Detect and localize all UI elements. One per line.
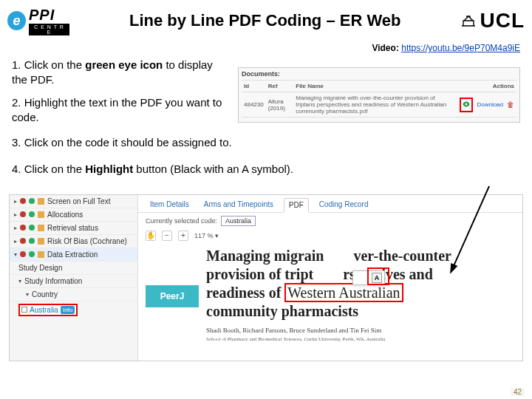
sidebar-item-data-extraction[interactable]: ▾Data Extraction: [10, 248, 137, 262]
sidebar-item-allocations[interactable]: ▸Allocations: [10, 208, 137, 222]
step-4: 4. Click on the Highlight button (Black …: [0, 162, 532, 181]
sidebar-label: Data Extraction: [47, 250, 98, 259]
paper-title-frag: provision of tript: [206, 266, 313, 282]
edit-icon: [38, 225, 44, 231]
video-link-line: Video: https://youtu.be/9eP70M4a9iE: [0, 41, 532, 58]
step-4-post: button (Black with an A symbol).: [133, 163, 293, 175]
ucl-logo: UCL: [460, 9, 525, 33]
tab-pdf[interactable]: PDF: [284, 198, 309, 213]
col-id: Id: [242, 81, 266, 92]
video-label: Video:: [372, 43, 401, 53]
ucl-text: UCL: [480, 9, 525, 33]
col-ref: Ref: [266, 81, 294, 92]
status-green-icon: [29, 211, 35, 217]
status-green-icon: [29, 251, 35, 257]
cell-ref: Altura (2019): [266, 92, 294, 117]
selected-code-label: Currently selected code:: [146, 217, 217, 225]
eye-icon-highlight: [460, 98, 473, 112]
sidebar-item-retrieval-status[interactable]: ▸Retrieval status: [10, 222, 137, 235]
cell-actions: Download 🗑: [457, 92, 516, 117]
step-1: 1. Click on the green eye icon to displa…: [12, 58, 231, 88]
paper-title-frag: ver-the-counter: [353, 248, 451, 264]
selected-code-bar: Currently selected code: Australia: [138, 213, 522, 229]
status-green-icon: [29, 225, 35, 231]
lower-screenshot: ▸Screen on Full Text ▸Allocations ▸Retri…: [0, 189, 532, 361]
sidebar-label: Allocations: [47, 211, 83, 219]
sidebar-item-country[interactable]: ▾Country: [10, 288, 137, 301]
table-row: 484230 Altura (2019) Managing migraine w…: [242, 92, 516, 117]
cell-filename: Managing migraine with over-the-counter …: [293, 92, 457, 117]
step-3: 3. Click on the code it should be assign…: [0, 135, 532, 154]
code-checkbox-australia[interactable]: Australia Info: [18, 304, 78, 316]
edit-icon: [38, 198, 44, 205]
eppi-logo-ppi: PPI: [29, 7, 69, 24]
status-red-icon: [20, 251, 26, 257]
sidebar-label: Retrieval status: [47, 224, 98, 232]
status-red-icon: [20, 211, 26, 217]
highlight-button[interactable]: A: [372, 273, 382, 283]
col-filename: File Name: [293, 81, 457, 92]
step-4-pre: 4. Click on the: [12, 163, 85, 175]
info-badge[interactable]: Info: [61, 306, 75, 314]
collapse-icon: ▸: [14, 238, 17, 245]
status-red-icon: [20, 225, 26, 231]
zoom-level[interactable]: 117 % ▾: [194, 232, 219, 239]
edit-icon: [38, 238, 44, 245]
step-2: 2. Highlight the text in the PDF you wan…: [12, 95, 231, 126]
sidebar-item-study-design[interactable]: Study Design: [10, 262, 137, 275]
text-selection-popup: A: [352, 270, 385, 285]
paper-title-frag: readiness of: [206, 284, 284, 301]
tabs-bar: Item Details Arms and Timepoints PDF Cod…: [138, 195, 522, 213]
status-green-icon: [29, 238, 35, 244]
video-link[interactable]: https://youtu.be/9eP70M4a9iE: [401, 43, 520, 53]
paper-content: Managing migrain ver-the-counter provisi…: [206, 247, 451, 342]
main-pane: Item Details Arms and Timepoints PDF Cod…: [138, 195, 522, 361]
slide-title: Line by Line PDF Coding – ER Web: [69, 11, 460, 30]
paper-title-frag: community pharmacists: [206, 303, 358, 319]
zoom-out-icon[interactable]: −: [162, 231, 172, 241]
code-tree-sidebar: ▸Screen on Full Text ▸Allocations ▸Retri…: [10, 195, 138, 361]
eppi-logo-e-mark: e: [7, 11, 26, 30]
expand-icon: ▾: [26, 291, 29, 298]
cell-id: 484230: [242, 92, 266, 117]
tab-coding-record[interactable]: Coding Record: [315, 198, 373, 212]
documents-table: Id Ref File Name Actions 484230 Altura (…: [242, 80, 516, 117]
status-green-icon: [29, 198, 35, 204]
eppi-logo-text: PPI C E N T R E: [29, 7, 69, 35]
step-1-bold: green eye icon: [85, 58, 163, 71]
view-eye-icon[interactable]: [462, 100, 471, 109]
documents-panel: Documents: Id Ref File Name Actions 4842…: [238, 67, 520, 123]
expand-icon: ▾: [14, 251, 17, 258]
selected-code-chip: Australia: [221, 216, 256, 226]
delete-icon[interactable]: 🗑: [507, 100, 514, 109]
pdf-view-area: PeerJ Managing migrain ver-the-counter p…: [138, 242, 522, 361]
checkbox-icon: [21, 307, 27, 313]
paper-affiliation: School of Pharmacy and Biomedical Scienc…: [206, 336, 451, 342]
edit-icon: [38, 251, 44, 258]
col-actions: Actions: [457, 81, 516, 92]
eppi-logo: e PPI C E N T R E: [7, 4, 69, 37]
documents-heading: Documents:: [242, 70, 516, 78]
sidebar-item-screen-full-text[interactable]: ▸Screen on Full Text: [10, 195, 137, 208]
status-red-icon: [20, 198, 26, 204]
paper-title: Managing migrain ver-the-counter provisi…: [206, 247, 451, 321]
sidebar-label: Country: [32, 290, 58, 299]
sidebar-label: Study Design: [18, 264, 62, 272]
step-4-bold: Highlight: [85, 163, 133, 175]
download-link[interactable]: Download: [477, 101, 503, 108]
sidebar-item-study-information[interactable]: ▾Study Information: [10, 275, 137, 288]
sidebar-label: Risk Of Bias (Cochrane): [47, 237, 127, 245]
slide-number: 42: [511, 388, 525, 396]
highlighted-text-western-australian: Western Australian: [284, 283, 403, 302]
code-label: Australia: [30, 306, 58, 314]
steps-left-column: 1. Click on the green eye icon to displa…: [12, 58, 231, 132]
eppi-logo-centre: C E N T R E: [29, 24, 69, 35]
pan-hand-icon[interactable]: ✋: [146, 231, 156, 241]
tab-item-details[interactable]: Item Details: [146, 198, 194, 212]
paper-authors: Shadi Booth, Richard Parsons, Bruce Sund…: [206, 327, 451, 334]
zoom-in-icon[interactable]: +: [178, 231, 188, 241]
sidebar-item-risk-of-bias[interactable]: ▸Risk Of Bias (Cochrane): [10, 235, 137, 248]
sidebar-label: Study Information: [24, 277, 82, 285]
tab-arms-timepoints[interactable]: Arms and Timepoints: [200, 198, 278, 212]
step-1-pre: 1. Click on the: [12, 58, 85, 71]
